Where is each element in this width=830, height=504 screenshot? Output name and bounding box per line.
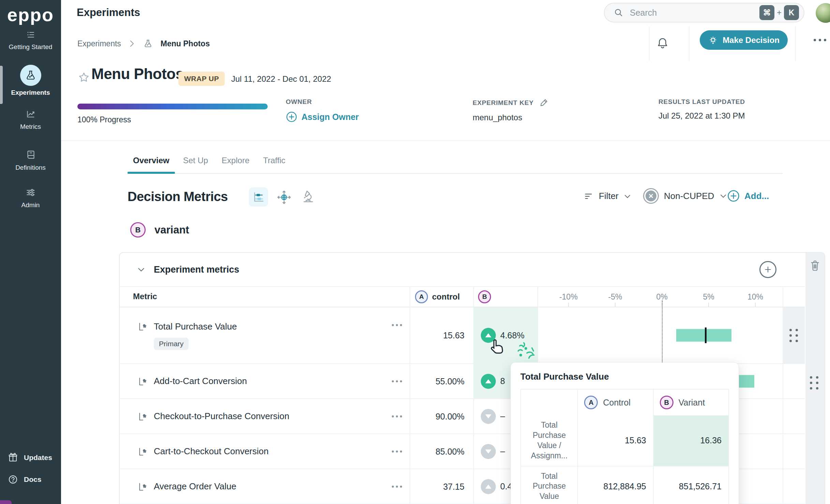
card-header: Experiment metrics — [120, 253, 805, 286]
user-avatar[interactable] — [816, 3, 830, 23]
status-badge: WRAP UP — [178, 72, 225, 86]
filter-dropdown[interactable]: Filter — [584, 191, 632, 201]
tooltip-control-value: 812,884.95 — [577, 467, 653, 504]
tab-overview[interactable]: Overview — [133, 148, 169, 173]
sidebar-item-getting-started[interactable]: Getting Started — [0, 29, 61, 51]
control-value: 37.15 — [410, 482, 464, 491]
sidebar-item-label: Metrics — [20, 123, 41, 131]
row-menu-icon[interactable] — [392, 324, 402, 326]
sidebar-footer-label: Updates — [24, 454, 52, 462]
row-drag-handle[interactable] — [810, 376, 818, 390]
search-bar[interactable]: ⌘ + K — [604, 3, 804, 22]
divider — [649, 27, 650, 61]
search-icon — [613, 7, 624, 18]
axis-tick-label: -5% — [608, 292, 622, 302]
book-icon — [25, 149, 36, 161]
lift-up-arrow-icon — [481, 479, 496, 494]
row-menu-icon[interactable] — [392, 380, 402, 382]
lift-up-arrow-icon — [481, 374, 496, 389]
sidebar-item-admin[interactable]: Admin — [0, 187, 61, 209]
metric-name: Cart-to-Checkout Conversion — [154, 446, 269, 457]
add-metric-circle-icon[interactable] — [759, 261, 776, 278]
notifications-bell-icon[interactable] — [656, 36, 669, 50]
control-a-badge: A — [584, 396, 598, 409]
more-options-icon[interactable] — [808, 39, 830, 41]
progress-bar — [77, 104, 268, 109]
row-menu-icon[interactable] — [392, 450, 402, 453]
experiment-header: Menu Photos WRAP UP Jul 11, 2022 - Dec 0… — [61, 61, 830, 141]
tooltip-title: Total Purchase Value — [520, 371, 729, 382]
row-menu-icon[interactable] — [392, 415, 402, 417]
boxplot-view-icon[interactable] — [249, 187, 268, 207]
metric-name: Total Purchase Value — [154, 321, 237, 332]
breadcrumb: Experiments Menu Photos — [77, 27, 210, 61]
list-icon — [25, 29, 36, 40]
explore-move-icon[interactable] — [277, 190, 291, 204]
sidebar-item-experiments[interactable]: Experiments — [0, 65, 61, 96]
favorite-star-icon[interactable] — [78, 72, 90, 83]
sidebar: eppo Getting StartedExperimentsMetricsDe… — [0, 0, 61, 504]
metric-tag-primary: Primary — [154, 338, 189, 350]
metric-tooltip: Total Purchase Value A Control B Variant… — [510, 362, 739, 504]
cuped-dropdown[interactable]: ✕ Non-CUPED — [643, 188, 727, 204]
sidebar-item-label: Getting Started — [9, 43, 53, 51]
tab-explore[interactable]: Explore — [222, 148, 249, 173]
make-decision-button[interactable]: Make Decision — [700, 30, 788, 50]
metric-row-total-purchase-value: Total Purchase ValuePrimary15.634.68% — [120, 307, 805, 364]
sidebar-scroll-indicator[interactable] — [0, 66, 3, 104]
make-decision-label: Make Decision — [723, 35, 780, 45]
edit-pencil-icon[interactable] — [539, 98, 548, 107]
metric-gear-icon — [137, 481, 154, 492]
search-input[interactable] — [629, 7, 759, 18]
sidebar-footer-docs[interactable]: Docs — [0, 469, 61, 490]
help-icon — [8, 474, 18, 485]
trash-icon[interactable] — [809, 259, 821, 273]
lift-value: – — [500, 446, 505, 456]
tooltip-variant-value: 16.36 — [653, 415, 728, 466]
flask-icon — [143, 39, 153, 49]
control-value: 55.00% — [410, 376, 464, 386]
row-drag-handle[interactable] — [783, 307, 805, 363]
divider — [795, 27, 796, 61]
breadcrumb-bar: Experiments Menu Photos Make Decision — [61, 27, 830, 61]
assign-owner-button[interactable]: Assign Owner — [286, 111, 359, 123]
microscope-icon[interactable] — [301, 189, 315, 204]
sidebar-item-definitions[interactable]: Definitions — [0, 149, 61, 171]
sidebar-footer: UpdatesDocs — [0, 447, 61, 490]
cuped-off-icon: ✕ — [643, 188, 659, 204]
sidebar-item-metrics[interactable]: Metrics — [0, 108, 61, 131]
tooltip-row-total-purchase-value-assignm: Total Purchase Value / Assignm...15.6316… — [521, 415, 728, 466]
tooltip-corner-cell — [521, 390, 577, 415]
chevron-right-icon — [129, 39, 135, 48]
owner-label: OWNER — [286, 98, 359, 106]
experiment-key-label: EXPERIMENT KEY — [473, 99, 534, 107]
filter-label: Filter — [599, 191, 619, 201]
tab-set-up[interactable]: Set Up — [183, 148, 208, 173]
control-value: 85.00% — [410, 446, 464, 456]
variant-label: variant — [154, 224, 189, 236]
confetti-celebration-icon — [517, 341, 539, 363]
eppo-logo[interactable]: eppo — [0, 4, 61, 25]
table-header: Metric A control B -10%-5%0%5%10% — [120, 286, 805, 307]
results-updated-value: Jul 25, 2022 at 1:30 PM — [658, 111, 745, 121]
add-label: Add... — [744, 191, 769, 201]
axis-tick-mark — [708, 303, 709, 307]
breadcrumb-experiments[interactable]: Experiments — [77, 39, 121, 48]
tooltip-control-value: 15.63 — [577, 415, 653, 466]
metric-name: Add-to-Cart Conversion — [154, 376, 247, 386]
control-value: 15.63 — [410, 331, 464, 340]
sidebar-item-label: Experiments — [11, 89, 50, 96]
notification-corner — [0, 500, 12, 504]
row-menu-icon[interactable] — [392, 486, 402, 488]
add-metric-button[interactable]: Add... — [727, 189, 769, 202]
tab-traffic[interactable]: Traffic — [263, 148, 285, 173]
lift-value: 8 — [500, 376, 505, 386]
tooltip-variant-label: Variant — [679, 398, 705, 408]
sidebar-footer-updates[interactable]: Updates — [0, 447, 61, 469]
collapse-chevron-icon[interactable] — [137, 265, 146, 274]
tooltip-row-total-purchase-value: Total Purchase Value812,884.95851,526.71 — [521, 466, 728, 504]
tooltip-row-label: Total Purchase Value — [521, 467, 577, 504]
control-a-badge: A — [415, 290, 428, 303]
page-title: Experiments — [77, 6, 140, 19]
results-updated-section: RESULTS LAST UPDATED Jul 25, 2022 at 1:3… — [658, 98, 745, 121]
